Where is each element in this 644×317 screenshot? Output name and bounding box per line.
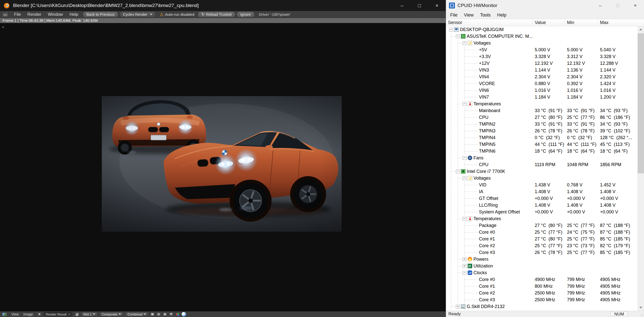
sensor-row[interactable]: Core #025 °C (77 °F)24 °C (75 °F)87 °C (… — [446, 229, 637, 236]
sensor-row[interactable]: −Voltages — [446, 175, 637, 182]
hwmonitor-minimize-button[interactable]: – — [591, 0, 609, 11]
menu-view[interactable]: View — [461, 13, 477, 18]
sensor-row[interactable]: GT Offset+0.000 V+0.000 V+0.000 V — [446, 195, 637, 202]
sensor-row[interactable]: VCORE0.880 V0.392 V1.424 V — [446, 80, 637, 87]
color-sample-icon[interactable] — [175, 312, 180, 316]
sensor-row[interactable]: TMPIN618 °C (64 °F)18 °C (64 °F)18 °C (6… — [446, 148, 637, 155]
sensor-row[interactable]: +3.3V3.328 V3.312 V3.328 V — [446, 53, 637, 60]
scroll-up-icon[interactable] — [638, 26, 644, 33]
menu-help[interactable]: Help — [494, 13, 510, 18]
reload-trusted-button[interactable]: ↻ Reload Trusted — [198, 12, 235, 18]
channel-alpha-button[interactable] — [163, 312, 167, 316]
sensor-row[interactable]: VID1.438 V0.768 V1.452 V — [446, 182, 637, 188]
sensor-row[interactable]: −Temperatures — [446, 101, 637, 107]
sensor-row[interactable]: +Utilization — [446, 263, 637, 269]
expand-icon[interactable]: + — [463, 257, 466, 261]
scrollbar-thumb[interactable] — [638, 33, 644, 173]
image-datablock[interactable]: Render Result × — [43, 312, 73, 316]
menu-view[interactable]: View — [9, 311, 21, 317]
column-header-min[interactable]: Min — [565, 19, 598, 26]
sensor-row[interactable]: +12V12.192 V12.192 V12.288 V — [446, 60, 637, 67]
sensor-row[interactable]: LLC/Ring1.408 V1.408 V1.408 V — [446, 202, 637, 209]
collapse-icon[interactable]: − — [463, 102, 466, 106]
sensor-row[interactable]: −Clocks — [446, 269, 637, 276]
sensor-row[interactable]: VIN61.016 V1.016 V1.016 V — [446, 87, 637, 94]
sensor-row[interactable]: System Agent Offset+0.000 V+0.000 V+0.00… — [446, 209, 637, 215]
sensor-row[interactable]: Mainboard33 °C (91 °F)33 °C (91 °F)34 °C… — [446, 107, 637, 114]
menu-file[interactable]: File — [11, 11, 24, 18]
pin-icon[interactable] — [37, 312, 42, 316]
expand-icon[interactable]: + — [456, 305, 460, 308]
sensor-row[interactable]: Core #04900 MHz799 MHz4905 MHz — [446, 276, 637, 283]
info-editor-type-icon[interactable] — [2, 12, 9, 17]
column-header-max[interactable]: Max — [598, 19, 644, 26]
sensor-row[interactable]: Core #326 °C (78 °F)25 °C (77 °F)85 °C (… — [446, 249, 637, 256]
sensor-row[interactable]: −DESKTOP-QBJGGIM — [446, 26, 637, 33]
hwmonitor-maximize-button[interactable]: □ — [609, 0, 626, 11]
sensor-row[interactable]: −Fans — [446, 155, 637, 161]
menu-file[interactable]: File — [447, 13, 461, 18]
sensor-row[interactable]: CPU1119 RPM1048 RPM1856 RPM — [446, 161, 637, 168]
scroll-down-icon[interactable] — [638, 304, 644, 311]
sensor-row[interactable]: Core #225 °C (77 °F)23 °C (73 °F)82 °C (… — [446, 242, 637, 249]
render-engine-select[interactable]: Cycles Render — [120, 12, 155, 18]
sensor-row[interactable]: +G.Skill DDR4-2132 — [446, 303, 637, 310]
collapse-icon[interactable]: − — [449, 28, 453, 32]
sensor-row[interactable]: Core #1800 MHz799 MHz4905 MHz — [446, 283, 637, 290]
collapse-icon[interactable]: − — [463, 217, 466, 221]
sensor-row[interactable]: IA1.408 V1.408 V1.408 V — [446, 188, 637, 195]
vertical-scrollbar[interactable] — [637, 26, 644, 311]
sensor-row[interactable]: Core #127 °C (80 °F)25 °C (77 °F)85 °C (… — [446, 236, 637, 242]
unlink-icon[interactable]: × — [68, 312, 70, 316]
sensor-row[interactable]: −Intel Core i7 7700K — [446, 168, 637, 175]
channel-rgba-button[interactable] — [150, 312, 155, 316]
collapse-icon[interactable]: − — [463, 176, 466, 180]
pass-select[interactable]: Composite — [99, 312, 124, 316]
back-to-previous-button[interactable]: Back to Previous — [83, 12, 119, 18]
color-management-icon[interactable] — [182, 312, 186, 316]
sensor-value: 1.184 V — [533, 94, 565, 101]
blender-close-button[interactable]: × — [428, 0, 446, 11]
sensor-row[interactable]: CPU27 °C (80 °F)25 °C (77 °F)86 °C (186 … — [446, 114, 637, 121]
menu-image[interactable]: Image — [21, 311, 35, 317]
column-header-sensor[interactable]: Sensor — [446, 19, 533, 26]
region-expand-icon[interactable]: + — [2, 25, 5, 30]
sensor-row[interactable]: VIN31.144 V1.136 V1.144 V — [446, 67, 637, 74]
collapse-icon[interactable]: − — [463, 271, 466, 275]
sensor-row[interactable]: +5V5.000 V5.000 V5.040 V — [446, 47, 637, 53]
collapse-icon[interactable]: − — [456, 170, 460, 173]
resize-grip[interactable] — [639, 312, 643, 316]
collapse-icon[interactable]: − — [463, 41, 466, 45]
channel-z-button[interactable] — [169, 312, 174, 316]
blender-minimize-button[interactable]: – — [393, 0, 411, 11]
menu-help[interactable]: Help — [66, 11, 82, 18]
sensor-row[interactable]: −Temperatures — [446, 215, 637, 222]
sensor-row[interactable]: Package27 °C (80 °F)25 °C (77 °F)87 °C (… — [446, 222, 637, 229]
image-editor-type-icon[interactable] — [2, 312, 8, 317]
ignore-button[interactable]: Ignore — [237, 12, 255, 18]
menu-tools[interactable]: Tools — [477, 13, 494, 18]
slot-select[interactable]: Slot 1 — [81, 312, 98, 316]
channel-rgb-button[interactable] — [156, 312, 161, 316]
display-channel-select[interactable]: Combined — [125, 312, 149, 316]
collapse-icon[interactable]: − — [463, 156, 466, 160]
menu-render[interactable]: Render — [24, 11, 45, 18]
sensor-row[interactable]: TMPIN326 °C (78 °F)26 °C (78 °F)39 °C (1… — [446, 128, 637, 134]
hwmonitor-close-button[interactable]: × — [626, 0, 644, 11]
collapse-icon[interactable]: − — [456, 35, 460, 38]
sensor-row[interactable]: TMPIN233 °C (91 °F)33 °C (91 °F)34 °C (9… — [446, 121, 637, 128]
sensor-row[interactable]: VIN42.304 V2.304 V2.320 V — [446, 74, 637, 80]
sensor-row[interactable]: −Voltages — [446, 40, 637, 47]
sensor-row[interactable]: TMPIN544 °C (111 °F)44 °C (111 °F)45 °C … — [446, 141, 637, 148]
blender-maximize-button[interactable]: □ — [411, 0, 428, 11]
sensor-row[interactable]: +Powers — [446, 256, 637, 263]
menu-window[interactable]: Window — [45, 11, 66, 18]
sensor-row[interactable]: TMPIN40 °C (32 °F)0 °C (32 °F)128 °C (26… — [446, 134, 637, 141]
sensor-row[interactable]: Core #22500 MHz799 MHz4905 MHz — [446, 290, 637, 296]
sensor-row[interactable]: −ASUSTeK COMPUTER INC. M... — [446, 33, 637, 40]
expand-icon[interactable]: + — [463, 264, 466, 268]
sensor-row[interactable]: VIN71.184 V1.184 V1.200 V — [446, 94, 637, 101]
lock-icon[interactable] — [74, 312, 79, 316]
sensor-row[interactable]: Core #32500 MHz799 MHz4905 MHz — [446, 296, 637, 303]
column-header-value[interactable]: Value — [533, 19, 565, 26]
